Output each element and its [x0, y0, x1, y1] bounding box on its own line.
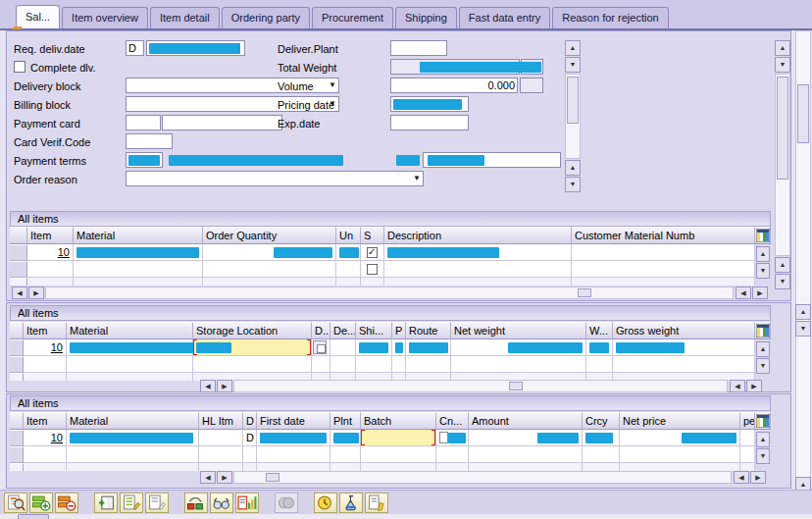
panel-scroll-down-button[interactable]: ▼: [775, 274, 790, 289]
table-scroll-left-button[interactable]: ◀: [200, 380, 216, 392]
cell-pe[interactable]: [740, 446, 755, 463]
row-selector[interactable]: [10, 244, 27, 261]
cell-un[interactable]: [336, 261, 361, 278]
cell-net-price[interactable]: [620, 446, 740, 463]
cell-pe[interactable]: [740, 430, 755, 446]
delete-item-button[interactable]: [55, 493, 78, 513]
item-output-button[interactable]: [235, 493, 259, 513]
cell-cn[interactable]: [436, 446, 469, 463]
cell-batch[interactable]: [361, 430, 436, 446]
col-header-material[interactable]: Material: [67, 322, 193, 339]
panel-scrollbar-thumb[interactable]: [777, 77, 788, 180]
select-all-column[interactable]: [10, 322, 24, 339]
table-settings-button[interactable]: [755, 227, 771, 244]
req-deliv-date-field[interactable]: [146, 40, 245, 56]
cell-batch[interactable]: [361, 446, 436, 463]
cell-crcy[interactable]: [583, 446, 620, 463]
col-header-material[interactable]: Material: [74, 227, 203, 244]
cell-customer-material-numb[interactable]: [572, 261, 755, 278]
form-scroll-down-button[interactable]: ▼: [565, 177, 581, 192]
col-header-net-price[interactable]: Net price: [620, 412, 740, 430]
select-all-column[interactable]: [10, 412, 24, 430]
cell-net-weight[interactable]: [451, 339, 586, 356]
row-selector[interactable]: [10, 446, 24, 463]
table-settings-button[interactable]: [755, 412, 771, 430]
payment-terms-field[interactable]: [126, 152, 163, 168]
row-selector[interactable]: [10, 356, 24, 373]
item-availability-button[interactable]: [210, 493, 233, 513]
col-header-first-date[interactable]: First date: [257, 412, 330, 430]
cell-gross-weight[interactable]: [613, 356, 755, 373]
cell-p[interactable]: [392, 339, 406, 356]
matchcode-button[interactable]: [313, 340, 327, 354]
cell-w[interactable]: [586, 356, 613, 373]
row-selector[interactable]: [10, 430, 24, 446]
cell-crcy[interactable]: [583, 430, 620, 446]
cell-un[interactable]: [336, 244, 361, 261]
col-header-hl-itm[interactable]: HL Itm: [199, 412, 243, 430]
order-reason-select[interactable]: ▼: [126, 171, 424, 186]
panel-scroll-down-button[interactable]: ▼: [775, 57, 790, 73]
select-all-column[interactable]: [10, 227, 27, 244]
req-deliv-date-type-field[interactable]: D: [126, 40, 144, 56]
cell-first-date[interactable]: [257, 430, 330, 446]
cell-shi[interactable]: [356, 356, 392, 373]
table-scroll-up-button[interactable]: ▲: [756, 432, 770, 447]
cell-material[interactable]: [74, 261, 203, 278]
tab-fast-data-entry[interactable]: Fast data entry: [459, 7, 550, 28]
col-header-route[interactable]: Route: [406, 322, 451, 339]
tab-shipping[interactable]: Shipping: [395, 7, 457, 28]
cell-item[interactable]: [24, 446, 67, 463]
volume-field[interactable]: 0.000: [390, 78, 518, 93]
display-item-button[interactable]: [4, 493, 27, 513]
col-header-s[interactable]: S: [361, 227, 384, 244]
item-conditions-button[interactable]: [184, 493, 208, 513]
card-verif-code-field[interactable]: [126, 133, 173, 149]
select-item-button[interactable]: [94, 493, 118, 513]
item-configuration-button[interactable]: [339, 493, 363, 513]
table-scroll-right-button[interactable]: ▶: [217, 471, 232, 484]
table-hscrollbar-thumb[interactable]: [509, 382, 523, 390]
tab-item-overview[interactable]: Item overview: [62, 7, 148, 28]
table-settings-button[interactable]: [755, 322, 771, 339]
col-header-plnt[interactable]: Plnt: [330, 412, 361, 430]
form-scroll-up-button[interactable]: ▲: [565, 40, 581, 56]
form-scrollbar-track[interactable]: [565, 74, 581, 159]
col-header-cn[interactable]: Cn...: [436, 412, 469, 430]
col-header-un[interactable]: Un: [336, 227, 361, 244]
col-header-material[interactable]: Material: [67, 412, 199, 430]
checkbox-checked[interactable]: [367, 247, 378, 258]
table-scroll-right-button[interactable]: ▶: [752, 286, 768, 299]
cell-amount[interactable]: [469, 430, 583, 446]
insert-item-button[interactable]: [29, 493, 53, 513]
cell-material[interactable]: [67, 339, 193, 356]
screen-scrollbar-track[interactable]: [795, 30, 811, 518]
cell-item[interactable]: 10: [27, 244, 74, 261]
cell-storage-location[interactable]: [193, 356, 312, 373]
table-hscrollbar-thumb[interactable]: [266, 473, 279, 482]
table-scroll-down-button[interactable]: ▼: [756, 263, 770, 279]
pricing-date-field[interactable]: [390, 96, 469, 112]
checkbox-unchecked[interactable]: [367, 264, 378, 275]
table-hscrollbar-track[interactable]: [233, 380, 728, 392]
col-header-net-weight[interactable]: Net weight: [451, 322, 586, 339]
col-header-batch[interactable]: Batch: [361, 412, 436, 430]
schedule-lines-button[interactable]: [314, 493, 337, 513]
cell-item[interactable]: 10: [24, 339, 67, 356]
table-hscrollbar-track[interactable]: [233, 471, 732, 484]
table-scroll-left-button[interactable]: ◀: [200, 471, 216, 484]
col-header-gross-weight[interactable]: Gross weight: [613, 322, 755, 339]
table-scroll-up-button[interactable]: ▲: [756, 341, 770, 357]
cell-first-date[interactable]: [257, 446, 330, 463]
cell-gross-weight[interactable]: [613, 339, 755, 356]
cell-s[interactable]: [361, 261, 384, 278]
screen-scroll-up-button[interactable]: ▲: [795, 304, 811, 320]
cell-order-quantity[interactable]: [203, 244, 336, 261]
panel-scroll-up-button[interactable]: ▲: [775, 257, 790, 273]
form-scrollbar-thumb[interactable]: [567, 77, 579, 124]
cell-d[interactable]: [312, 356, 330, 373]
incoterms-field[interactable]: [423, 152, 561, 168]
table-scroll-up-button[interactable]: ▲: [756, 246, 770, 262]
panel-scrollbar-track[interactable]: [775, 74, 790, 256]
cell-hl-itm[interactable]: [199, 446, 243, 463]
